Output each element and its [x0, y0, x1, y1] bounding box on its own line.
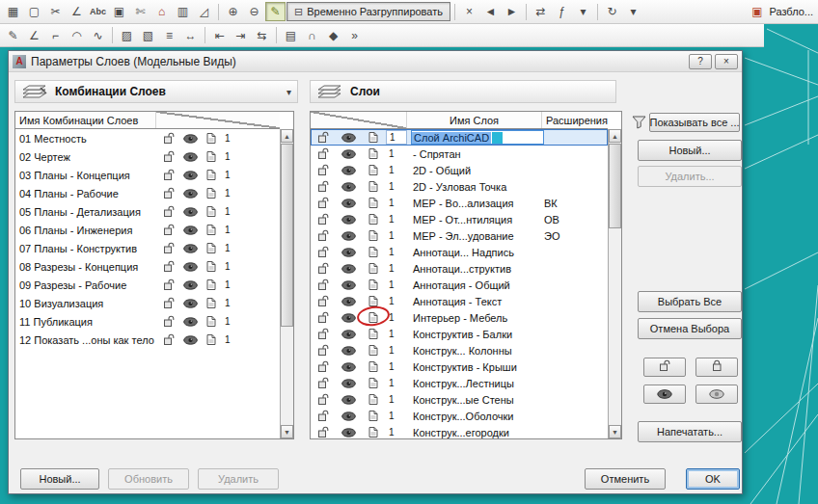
model-view-icon[interactable] [201, 187, 222, 199]
intersection-number[interactable]: 1 [386, 279, 407, 290]
lock-icon[interactable] [311, 393, 336, 406]
magnet-tool-icon[interactable]: ∩ [302, 26, 322, 45]
model-view-icon[interactable] [361, 262, 386, 275]
layer-row[interactable]: 1Конструктив - Крыши [311, 358, 608, 375]
intersection-number[interactable]: 1 [222, 133, 241, 144]
model-view-icon[interactable] [361, 197, 386, 209]
intersection-number[interactable]: 1 [222, 243, 241, 253]
eye-icon[interactable] [179, 244, 201, 253]
intersection-number[interactable]: 1 [386, 148, 407, 159]
model-view-icon[interactable] [361, 213, 386, 225]
lock-icon[interactable] [311, 213, 336, 225]
lock-icon[interactable] [311, 279, 336, 291]
intersection-number[interactable]: 1 [222, 261, 241, 272]
forward-arrow-icon[interactable]: ► [502, 2, 522, 21]
function-icon[interactable]: ƒ [552, 2, 572, 21]
eye-icon[interactable] [336, 199, 361, 208]
combination-row[interactable]: 11 Публикация1 [15, 312, 280, 331]
intersection-number[interactable]: 1 [222, 279, 241, 290]
model-view-icon[interactable] [361, 426, 386, 438]
dialog-titlebar[interactable]: A Параметры Слоев (Модельные Виды) ? × [9, 51, 742, 72]
model-view-icon[interactable] [361, 279, 386, 291]
corner-tool-icon[interactable]: ∠ [24, 26, 44, 45]
help-button[interactable]: ? [689, 54, 712, 69]
intersection-number[interactable]: 1 [386, 378, 407, 388]
layer-row[interactable]: 1МЕР - От...нтиляцияОВ [311, 211, 608, 227]
close-button[interactable]: × [715, 54, 738, 69]
eye-icon[interactable] [336, 149, 361, 159]
combination-row[interactable]: 01 Местность1 [15, 129, 280, 147]
eye-icon[interactable] [336, 428, 361, 438]
align-left-icon[interactable]: ⇤ [209, 26, 230, 45]
zoom-out-icon[interactable]: ⊖ [244, 2, 264, 21]
intersection-number[interactable]: 1 [386, 394, 407, 405]
model-view-icon[interactable] [201, 279, 222, 291]
layer-row[interactable]: 1Конструк...егородки [311, 424, 608, 438]
intersection-number[interactable]: 1 [222, 151, 241, 162]
intersection-number[interactable]: 1 [222, 225, 241, 235]
lock-icon[interactable] [311, 426, 336, 438]
eye-icon[interactable] [336, 231, 361, 241]
scroll-thumb[interactable] [281, 144, 293, 327]
align-right-icon[interactable]: ⇥ [231, 26, 251, 45]
layer-row[interactable]: 1Конструк...Лестницы [311, 375, 608, 391]
model-view-icon[interactable] [361, 131, 386, 144]
combination-row[interactable]: 08 Разрезы - Концепция1 [15, 257, 280, 276]
lock-icon[interactable] [311, 164, 336, 176]
delete-layer-button[interactable]: Удалить... [638, 166, 742, 187]
model-view-icon[interactable] [361, 164, 386, 176]
lock-icon[interactable] [311, 147, 336, 160]
intersection-number[interactable]: 1 [386, 312, 407, 323]
layer-row[interactable]: 1МЕР - Эл...удованиеЭО [311, 227, 608, 244]
intersection-number[interactable]: 1 [222, 206, 241, 217]
intersection-number[interactable]: 1 [386, 214, 407, 225]
layer-row[interactable]: 1Аннотация - Текст [311, 293, 608, 309]
intersection-number[interactable]: 1 [386, 230, 407, 241]
lock-icon[interactable] [158, 260, 179, 273]
eye-icon[interactable] [336, 215, 361, 225]
combination-row[interactable]: 07 Планы - Конструктив1 [15, 239, 280, 257]
lock-layers-button[interactable] [695, 358, 738, 377]
layer-row[interactable]: 1Аннотация - Общий [311, 277, 608, 293]
hide-layers-button[interactable] [695, 385, 738, 404]
intersection-number[interactable]: 1 [386, 181, 407, 192]
eye-icon[interactable] [179, 317, 201, 327]
lock-icon[interactable] [158, 279, 179, 291]
print-button[interactable]: Напечатать... [638, 421, 742, 442]
model-view-icon[interactable] [201, 333, 222, 346]
line-stack-icon[interactable]: ≡ [159, 26, 179, 45]
intersection-number[interactable]: 1 [386, 198, 407, 208]
model-view-icon[interactable] [201, 242, 222, 254]
eye-icon[interactable] [179, 207, 201, 217]
layer-name-edit-field[interactable]: Слой ArchiCAD [411, 130, 544, 145]
model-view-icon[interactable] [361, 311, 386, 324]
show-layers-button[interactable] [643, 385, 686, 404]
model-view-icon[interactable] [201, 132, 222, 145]
offset-tool-icon[interactable]: ⌐ [45, 26, 66, 45]
zoom-in-icon[interactable]: ⊕ [223, 2, 243, 21]
lock-icon[interactable] [311, 328, 336, 340]
eye-icon[interactable] [179, 152, 201, 162]
intersection-number[interactable]: 1 [386, 361, 407, 372]
new-combination-button[interactable]: Новый... [20, 468, 99, 490]
intersection-number[interactable]: 1 [386, 247, 407, 257]
hatch-tool-icon[interactable]: ▦ [3, 2, 23, 21]
model-view-icon[interactable] [361, 180, 386, 193]
scroll-up-arrow[interactable]: ▲ [609, 129, 621, 143]
intersection-number[interactable]: 1 [386, 329, 407, 339]
chevron-down-icon[interactable]: ▾ [286, 87, 291, 97]
lock-icon[interactable] [311, 262, 336, 275]
scroll-up-arrow[interactable]: ▲ [281, 129, 293, 143]
combination-row[interactable]: 02 Чертеж1 [15, 147, 280, 166]
scissors-icon[interactable]: ✂ [45, 2, 66, 21]
eye-icon[interactable] [336, 280, 361, 290]
update-combination-button[interactable]: Обновить [108, 468, 189, 490]
back-arrow-icon[interactable]: ◄ [480, 2, 501, 21]
scroll-down-arrow[interactable]: ▼ [609, 425, 621, 438]
layer-row[interactable]: 12D - Узловая Точка [311, 178, 608, 195]
intersection-number[interactable]: 1 [222, 316, 241, 327]
layer-row[interactable]: 1- Спрятан [311, 146, 608, 162]
lock-icon[interactable] [311, 229, 336, 242]
combination-row[interactable]: 10 Визуализация1 [15, 294, 280, 312]
lock-icon[interactable] [158, 132, 179, 145]
